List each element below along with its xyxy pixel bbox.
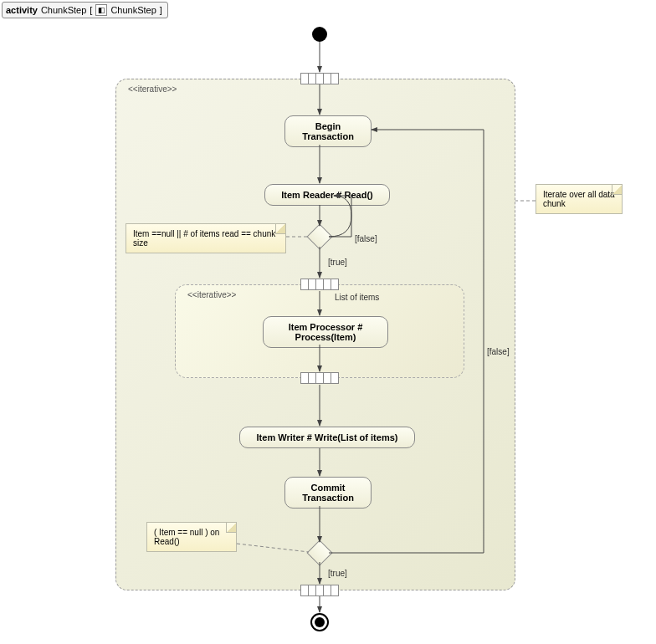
label-list-of-items: List of items [335, 293, 379, 302]
expansion-bottom-outer [300, 585, 339, 596]
diagram-tab: activity ChunkStep [ ◧ ChunkStep ] [2, 2, 168, 18]
guard-read-true: [true] [328, 258, 347, 267]
note-read-condition: Item ==null || # of items read == chunk … [126, 223, 286, 253]
expansion-top-outer [300, 73, 339, 84]
commit-transaction-node: Commit Transaction [284, 477, 372, 509]
item-processor-node: Item Processor # Process(Item) [263, 316, 388, 348]
item-reader-node: Item Reader # Read() [264, 184, 390, 206]
tab-link-name: ChunkStep [110, 5, 156, 15]
guard-read-false: [false] [355, 234, 377, 243]
note-read-condition-text: Item ==null || # of items read == chunk … [133, 229, 275, 248]
item-writer-node: Item Writer # Write(List of items) [239, 427, 415, 448]
guard-end-true: [true] [328, 569, 347, 578]
note-iterate-text: Iterate over all data chunk [543, 190, 615, 208]
note-iterate: Iterate over all data chunk [536, 184, 623, 214]
initial-node [312, 27, 327, 42]
tab-activity-name: ChunkStep [41, 5, 86, 15]
inner-stereotype: <<iterative>> [187, 290, 236, 299]
tab-prefix: activity [6, 5, 38, 15]
outer-stereotype: <<iterative>> [128, 84, 177, 94]
expansion-top-inner [300, 279, 339, 290]
guard-end-false: [false] [487, 347, 510, 356]
activity-icon: ◧ [95, 4, 107, 16]
final-node [310, 613, 329, 631]
note-end-condition: ( Item == null ) on Read() [146, 522, 237, 552]
expansion-bottom-inner [300, 372, 339, 384]
begin-transaction-node: Begin Transaction [284, 115, 372, 147]
note-end-condition-text: ( Item == null ) on Read() [154, 528, 219, 546]
